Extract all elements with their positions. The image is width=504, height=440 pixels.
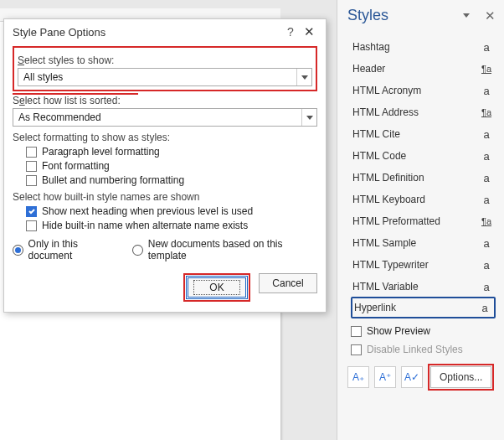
styles-pane-bottom: Show Preview Disable Linked Styles [337,322,504,359]
styles-pane-header: Styles ✕ [337,0,504,33]
dialog-body: Select styles to show: All styles Select… [4,43,326,312]
show-preview-checkbox[interactable]: Show Preview [351,322,494,340]
style-item-html-variable[interactable]: HTML Variablea [352,276,494,298]
style-item-html-address[interactable]: HTML Address¶a [352,101,494,123]
checkbox-icon [26,175,37,186]
style-item-hyperlink[interactable]: Hyperlinka [351,297,496,318]
combo-styles-to-show-value: All styles [18,71,296,83]
manage-styles-icon: A✓ [404,371,419,383]
dialog-titlebar: Style Pane Options ? ✕ [4,19,326,43]
style-item-html-definition[interactable]: HTML Definitiona [352,167,494,189]
close-icon[interactable]: ✕ [299,24,319,39]
style-item-hashtag[interactable]: Hashtaga [352,36,494,58]
ok-button[interactable]: OK [188,277,246,298]
help-icon[interactable]: ? [282,25,299,39]
radio-only-this-document-label: Only in this document [28,238,121,261]
checkbox-icon [351,326,362,337]
chevron-down-icon[interactable] [301,109,316,126]
styles-pane-title: Styles [347,7,463,24]
check-bullet-formatting[interactable]: Bullet and numbering formatting [26,174,317,186]
radio-only-this-document[interactable] [13,245,23,256]
dialog-title: Style Pane Options [13,26,282,39]
label-how-sorted: Select how list is sorted: [13,95,317,106]
manage-styles-button[interactable]: A✓ [401,366,423,388]
style-inspector-icon: A⁺ [379,371,391,383]
label-select-styles: Select styles to show: [18,54,312,66]
radio-scope-row: Only in this document New documents base… [13,238,317,261]
new-style-button[interactable]: A₊ [347,366,369,388]
checkbox-icon [26,147,37,158]
style-item-html-cite[interactable]: HTML Citea [352,123,494,145]
style-item-html-sample[interactable]: HTML Samplea [352,232,494,254]
options-button[interactable]: Options... [430,366,491,388]
label-formatting-show: Select formatting to show as styles: [13,132,317,143]
style-item-html-keyboard[interactable]: HTML Keyboarda [352,189,494,210]
checkbox-icon [26,220,37,231]
radio-new-documents[interactable] [132,245,143,256]
pane-menu-dropdown-icon[interactable] [463,13,470,18]
checkbox-icon [351,344,362,355]
pane-close-icon[interactable]: ✕ [485,8,496,23]
styles-pane: Styles ✕ Hashtaga Header¶a HTML Acronyma… [337,0,504,440]
style-item-html-code[interactable]: HTML Codea [352,145,494,167]
style-item-header[interactable]: Header¶a [352,58,494,80]
check-font-formatting[interactable]: Font formatting [26,160,317,172]
dialog-button-row: OK Cancel [13,273,317,302]
check-paragraph-formatting[interactable]: Paragraph level formatting [26,146,317,158]
style-item-html-typewriter[interactable]: HTML Typewritera [352,254,494,276]
styles-pane-toolbar: A₊ A⁺ A✓ Options... [337,359,504,399]
style-item-html-acronym[interactable]: HTML Acronyma [352,80,494,101]
cancel-button[interactable]: Cancel [259,273,317,293]
checkbox-icon [26,161,37,172]
styles-list: Hashtaga Header¶a HTML Acronyma HTML Add… [337,33,504,318]
radio-new-documents-label: New documents based on this template [148,238,317,261]
disable-linked-styles-checkbox[interactable]: Disable Linked Styles [351,340,494,359]
combo-sort-value: As Recommended [13,111,301,123]
check-show-next-heading[interactable]: Show next heading when previous level is… [26,205,317,217]
style-inspector-button[interactable]: A⁺ [374,366,396,388]
checkbox-icon [26,206,37,217]
style-pane-options-dialog: Style Pane Options ? ✕ Select styles to … [3,18,327,313]
chevron-down-icon[interactable] [296,69,311,85]
check-hide-builtin[interactable]: Hide built-in name when alternate name e… [26,220,317,231]
combo-styles-to-show[interactable]: All styles [18,68,312,86]
new-style-icon: A₊ [352,371,364,383]
combo-sort[interactable]: As Recommended [13,108,317,127]
label-builtin-shown: Select how built-in style names are show… [13,191,317,203]
style-item-html-preformatted[interactable]: HTML Preformatted¶a [352,210,494,232]
